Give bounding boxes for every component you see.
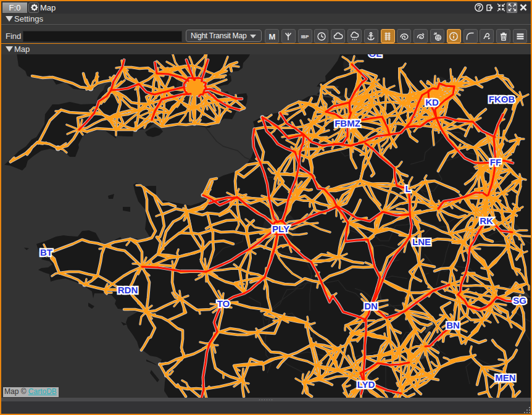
svg-text:TO: TO bbox=[217, 298, 230, 309]
svg-text:PLY: PLY bbox=[272, 224, 289, 234]
svg-text:LYD: LYD bbox=[357, 379, 375, 390]
svg-text:FF: FF bbox=[490, 157, 501, 167]
svg-text:BT: BT bbox=[40, 247, 52, 258]
svg-text:RDN: RDN bbox=[118, 285, 138, 295]
svg-text:LNE: LNE bbox=[412, 237, 431, 247]
svg-text:MEN: MEN bbox=[495, 372, 515, 383]
svg-text:RK: RK bbox=[480, 216, 493, 226]
svg-text:OL: OL bbox=[369, 54, 382, 59]
svg-text:DN: DN bbox=[364, 301, 378, 311]
svg-text:FBMZ: FBMZ bbox=[335, 118, 360, 128]
svg-text:KD: KD bbox=[425, 97, 439, 107]
svg-text:L: L bbox=[405, 183, 410, 194]
svg-text:M: M bbox=[268, 31, 275, 41]
svg-text:BN: BN bbox=[446, 320, 460, 330]
svg-text:SG: SG bbox=[513, 295, 526, 306]
svg-text:FKOB: FKOB bbox=[489, 94, 515, 104]
svg-text:IBP: IBP bbox=[301, 34, 309, 40]
